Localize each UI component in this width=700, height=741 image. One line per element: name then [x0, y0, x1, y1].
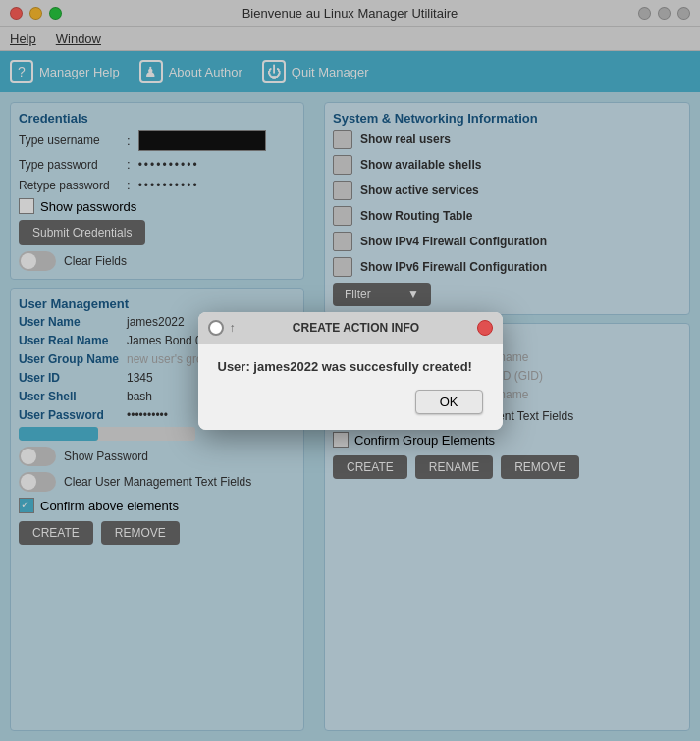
modal-close-button[interactable] [477, 320, 493, 336]
modal-body: User: james2022 was succesfully created!… [198, 344, 503, 430]
modal-overlay: ↑ CREATE ACTION INFO User: james2022 was… [0, 0, 700, 741]
modal-radio-btn[interactable] [208, 320, 224, 336]
modal-title: CREATE ACTION INFO [236, 321, 477, 335]
modal-dialog: ↑ CREATE ACTION INFO User: james2022 was… [198, 312, 503, 430]
modal-message: User: james2022 was succesfully created! [218, 359, 483, 374]
modal-ok-row: OK [218, 390, 483, 414]
modal-title-controls: ↑ [208, 320, 236, 336]
modal-ok-button[interactable]: OK [415, 390, 483, 414]
modal-titlebar: ↑ CREATE ACTION INFO [198, 312, 503, 344]
